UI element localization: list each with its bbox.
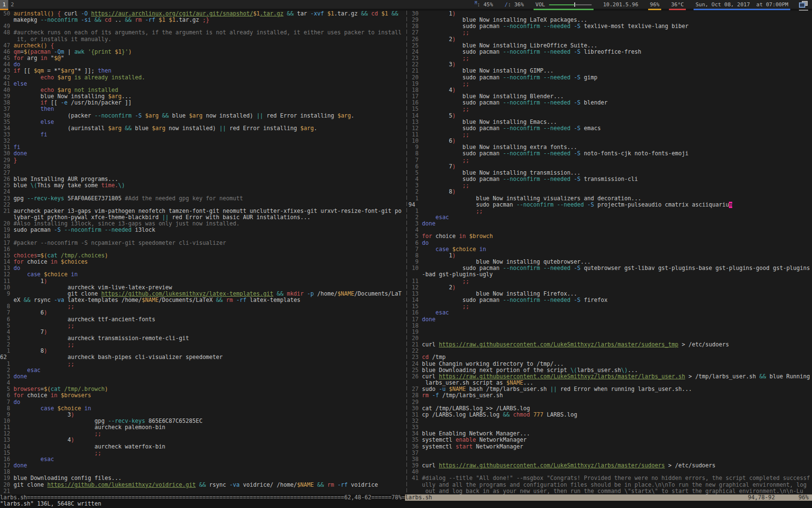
line-number: 9	[0, 412, 14, 418]
line-number: 15	[408, 106, 422, 112]
line-number: 31	[408, 412, 422, 418]
code-row: 9 blue Now installing qutebrowser...	[408, 259, 812, 265]
code-row: 1 ;;	[0, 361, 405, 367]
line-number: 27	[408, 386, 422, 392]
line-number: 6	[408, 240, 422, 246]
code-row: 7do	[0, 399, 405, 405]
line-number: 14	[408, 297, 422, 303]
code-row: 47aurcheck() {	[0, 43, 405, 49]
code-row: 35 else	[0, 119, 405, 125]
code-row: 33 fi	[0, 132, 405, 138]
vertical-split-separator[interactable]	[406, 11, 407, 494]
code-row: 21aurcheck packer i3-gaps vim-pathogen n…	[0, 208, 405, 214]
line-number: 12	[0, 271, 14, 278]
systray-window-icon[interactable]	[799, 1, 808, 8]
line-number: 3	[408, 182, 422, 189]
line-number: 16	[0, 456, 14, 463]
line-number: 32	[0, 138, 14, 144]
code-row: 25blue Downloading next portion of the s…	[408, 367, 812, 374]
line-number: 10	[0, 418, 14, 424]
line-number: 8	[0, 405, 14, 412]
code-row: 4 sudo pacman --noconfirm --needed -S tr…	[408, 176, 812, 182]
vim-command-line[interactable]: "larbs.sh" 136L, 5648C written	[0, 501, 812, 508]
line-number: 46	[0, 49, 14, 55]
line-number: 49	[0, 23, 14, 30]
code-row: 15 ;;	[408, 303, 812, 310]
line-number: 7	[408, 157, 422, 164]
line-number: 31	[0, 144, 14, 150]
code-row: 17#packer --noconfirm -S ncpamixer-git s…	[0, 240, 405, 246]
line-number: 43	[0, 68, 14, 74]
line-number: 2	[408, 214, 422, 221]
line-number: 20	[0, 482, 14, 488]
workspace-tag-2[interactable]: 2	[8, 0, 16, 9]
datetime-underline	[694, 9, 790, 10]
code-row: 34blue Enabling Network Manager...	[408, 431, 812, 437]
line-number: 26	[408, 374, 422, 380]
line-number: 12	[0, 431, 14, 437]
line-number: 40	[0, 87, 14, 93]
code-row: 8 1)	[408, 253, 812, 259]
line-number: 26	[0, 176, 14, 182]
memory-value: : 45%	[477, 1, 493, 8]
code-row: 17done	[0, 463, 405, 469]
statusline-right-active: larbs.sh 94,78-92 96%	[405, 494, 812, 501]
line-number: 28	[408, 392, 422, 399]
code-row: 3done	[0, 374, 405, 380]
line-number: 12	[408, 284, 422, 291]
code-row: 6 aurcheck ttf-ancient-fonts	[0, 316, 405, 323]
code-row: 1 blue Now installing visualizers and de…	[408, 195, 812, 202]
line-number: 50	[0, 11, 14, 17]
code-row: 25blue \(This may take some time.\)	[0, 182, 405, 189]
line-number: 36	[408, 444, 422, 450]
code-row: 44do	[0, 61, 405, 68]
editor-pane-left[interactable]: 50aurinstall() { curl -O https://aur.arc…	[0, 11, 405, 494]
editor-pane-right[interactable]: 30 1)29 blue Now installing LaTeX packag…	[408, 11, 812, 494]
line-number: 22	[0, 202, 14, 208]
code-row: 28	[0, 164, 405, 170]
line-number: 24	[408, 361, 422, 367]
code-row: 7 ;;	[408, 157, 812, 164]
temperature-module: 36°C	[665, 0, 690, 9]
code-row: 10 6)	[408, 138, 812, 144]
code-row: 30done	[0, 150, 405, 157]
code-row: 24 sudo pacman --noconfirm --needed -S l…	[408, 49, 812, 55]
line-number: 17	[408, 316, 422, 323]
code-row: 20 sudo pacman --noconfirm --needed -S g…	[408, 75, 812, 81]
volume-underline	[534, 9, 594, 10]
temperature-underline	[669, 9, 686, 10]
line-number: 21	[408, 68, 422, 74]
code-row: 42 echo $arg is already installed.	[0, 75, 405, 81]
code-row: 11 ;;	[408, 132, 812, 138]
line-number: 20	[408, 75, 422, 81]
line-number: 15	[0, 253, 14, 259]
code-row: 31fi	[0, 144, 405, 150]
line-number: 25	[408, 367, 422, 374]
line-number: 1	[0, 348, 14, 354]
volume-slider[interactable]	[549, 2, 592, 7]
code-row: 31cp /LARBS.log LARBS.log && chmod 777 L…	[408, 412, 812, 418]
line-number: 25	[0, 182, 14, 189]
line-number: 9	[408, 144, 422, 150]
code-row: 16 esac	[408, 310, 812, 316]
line-number: 13	[0, 265, 14, 271]
code-row: 24	[0, 189, 405, 195]
line-number: 11	[0, 424, 14, 431]
line-number: 4	[0, 329, 14, 335]
code-row: 29}	[0, 157, 405, 164]
line-number: 23	[408, 354, 422, 360]
code-row: 10 sudo pacman --noconfirm --needed -S q…	[408, 265, 812, 271]
line-number: 11	[0, 278, 14, 284]
code-row: 39curl https://raw.githubusercontent.com…	[408, 463, 812, 469]
code-row: 11 aurcheck palemoon-bin	[0, 424, 405, 431]
workspace-tag-1[interactable]: 1	[0, 0, 8, 9]
line-number: 5	[0, 386, 14, 392]
line-number: 15	[408, 303, 422, 310]
line-number: 40	[408, 469, 422, 475]
line-number: 30	[408, 11, 422, 17]
line-number: 11	[408, 278, 422, 284]
line-number: 48	[0, 30, 14, 36]
code-row: 6for choice in $browsers	[0, 392, 405, 399]
statusline-right-percent: 96%	[798, 494, 812, 501]
line-number: 30	[408, 405, 422, 412]
